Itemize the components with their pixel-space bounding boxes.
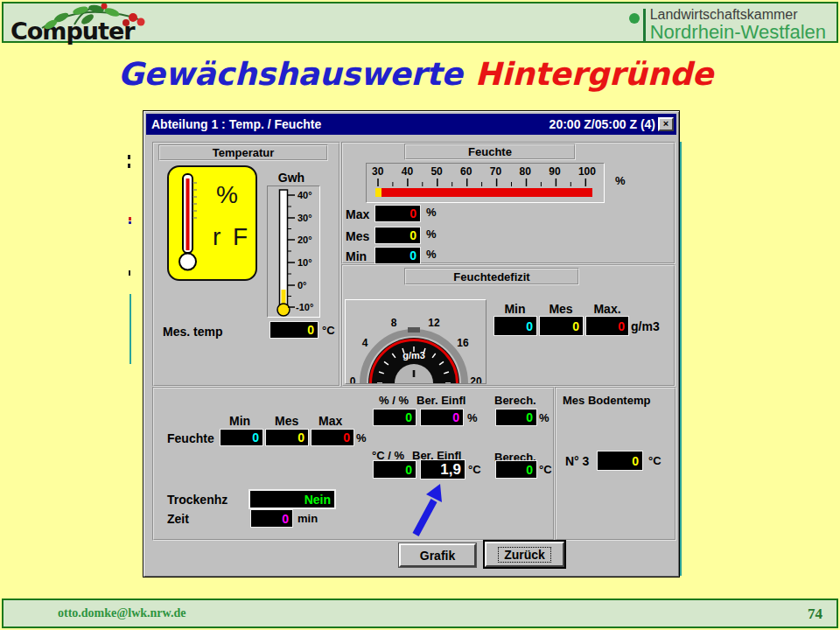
mes-temp-display: 0 [270, 321, 318, 339]
feuchte-mes-display: 0 [374, 227, 421, 244]
footer-email: otto.domke@lwk.nrw.de [58, 606, 186, 620]
bottom-min-label: Min [229, 414, 250, 428]
berech1-display: 0 [495, 409, 537, 426]
feuchte-min-unit: % [426, 248, 437, 261]
top-banner: Computer Landwirtschaftskammer Nordrhein… [2, 2, 838, 43]
org-name-line1: Landwirtschaftskammer [650, 7, 826, 22]
icon-rf-label: r F [213, 223, 250, 251]
gauge: g/m3 0 4 8 12 16 20 [345, 299, 486, 384]
panel-feuchte: Feuchte 30 40 50 60 70 80 90 100 [341, 142, 676, 264]
close-button[interactable]: × [658, 117, 674, 131]
gauge-tick-label: 0 [350, 375, 356, 383]
titlebar-right: 20:00 Z/05:00 Z (4) × [550, 117, 674, 131]
screen-artifact [128, 155, 130, 159]
ruler-tick-label: 70 [490, 165, 501, 178]
fdef-unit: g/m3 [631, 319, 660, 333]
mes-temp-unit: °C [322, 324, 335, 337]
fdef-mes-label: Mes [539, 302, 583, 316]
gwh-label: Gwh [265, 171, 318, 185]
berech2-unit: °C [539, 463, 552, 476]
feuchte-max-display: 0 [374, 205, 421, 222]
gwh-tick-label: 10° [298, 257, 312, 268]
ber-einfl1-display: 0 [420, 409, 464, 426]
panel-bottom: % / % Ber. Einfl Berech. 0 0 % 0 % Min M… [152, 387, 555, 541]
bottom-feuchte-mes-display: 0 [265, 429, 309, 446]
screen-artifact [129, 270, 130, 276]
slide-title: GewächshauswerteHintergründe [0, 56, 831, 92]
ruler-tick-label: 100 [578, 165, 596, 178]
zurueck-button[interactable]: Zurück [483, 540, 566, 569]
dialog-time: 20:00 Z/05:00 Z (4) [550, 117, 655, 131]
dialog-title: Abteilung 1 : Temp. / Feuchte [151, 117, 321, 131]
temperatur-header: Temperatur [158, 144, 328, 161]
ber-einfl2-unit: °C [468, 463, 481, 476]
slide: Computer Landwirtschaftskammer Nordrhein… [0, 0, 840, 630]
ber-einfl1-unit: % [467, 411, 478, 424]
org-dot-icon [629, 13, 640, 24]
gauge-tick-label: 12 [428, 317, 440, 329]
ruler-tick-label: 80 [520, 165, 531, 178]
gwh-scale: 40° 30° 20° 10° 0° -10° [267, 186, 320, 318]
zeit-display: 0 [250, 509, 293, 528]
berech2-display: 0 [495, 460, 537, 479]
zeit-unit: min [298, 512, 318, 525]
fdef-min-label: Min [494, 302, 536, 316]
bottom-feuchte-min-display: 0 [220, 429, 263, 446]
bottom-mes-label: Mes [275, 414, 298, 428]
zurueck-button-face: Zurück [485, 542, 564, 567]
gwh-tick-label: 40° [298, 190, 312, 200]
cp-display: 0 [373, 460, 416, 479]
feuchtedefizit-header: Feuchtedefizit [404, 268, 579, 285]
tomato-plant-icon [35, 4, 158, 32]
ruler-bar [372, 178, 601, 201]
dialog-titlebar[interactable]: Abteilung 1 : Temp. / Feuchte 20:00 Z/05… [146, 114, 676, 135]
ruler-tick-label: 50 [430, 165, 442, 178]
ruler-tick-label: 90 [549, 165, 560, 178]
icon-percent-label: % [216, 181, 238, 209]
feuchte-ruler: 30 40 50 60 70 80 90 100 [366, 163, 605, 203]
fdef-max-display: 0 [585, 316, 629, 336]
fdef-mes-display: 0 [539, 316, 584, 336]
fdef-max-label: Max. [585, 302, 629, 316]
screen-artifact [129, 221, 131, 224]
gauge-tick-label: 16 [457, 337, 469, 349]
gauge-tick-label: 20 [470, 375, 482, 383]
gwh-tick-label: 20° [298, 234, 312, 245]
org-bar-icon [643, 9, 646, 42]
gwh-tick-label: -10° [296, 302, 313, 312]
bottom-feuchte-unit: % [356, 431, 367, 444]
grafik-button[interactable]: Grafik [399, 543, 476, 567]
gauge-unit-label: g/m3 [402, 350, 425, 360]
screen-artifact [130, 294, 131, 364]
ber-einfl1-label: Ber. Einfl [416, 394, 466, 407]
thermometer-icon: % r F [167, 165, 257, 281]
trockenhz-display: Nein [248, 489, 336, 509]
title-part1: Gewächshauswerte [118, 56, 463, 92]
gauge-tick-label: 8 [391, 317, 397, 329]
gauge-tick-label: 4 [362, 337, 368, 349]
mes-temp-label: Mes. temp [163, 325, 222, 339]
bodentemp-display: 0 [597, 451, 643, 471]
panel-feuchtedefizit: Feuchtedefizit [341, 264, 676, 387]
panel-temperatur: Temperatur % r F Gwh [152, 142, 340, 387]
dialog-window: Abteilung 1 : Temp. / Feuchte 20:00 Z/05… [143, 110, 680, 578]
pointer-arrow-icon [407, 480, 449, 540]
berech1-unit: % [539, 411, 550, 424]
bodentemp-unit: °C [648, 454, 662, 467]
screen-artifact [128, 164, 130, 168]
feuchte-mes-unit: % [426, 228, 437, 241]
zurueck-button-label: Zurück [499, 548, 550, 562]
feuchte-max-unit: % [426, 206, 437, 219]
bodentemp-label: N° 3 [565, 454, 589, 468]
feuchte-header: Feuchte [404, 144, 576, 160]
trockenhz-label: Trockenhz [167, 493, 228, 507]
ruler-tick-label: 60 [460, 165, 472, 178]
feuchte-min-label: Min [346, 249, 367, 263]
feuchte-scale-unit: % [615, 174, 626, 187]
bodentemp-header: Mes Bodentemp [563, 394, 650, 407]
feuchte-max-label: Max [346, 207, 369, 221]
gwh-tick-label: 30° [298, 213, 312, 223]
ber-einfl2-display: 1,9 [420, 459, 466, 480]
fdef-min-display: 0 [494, 316, 537, 336]
ruler-tick-label: 30 [372, 165, 383, 178]
